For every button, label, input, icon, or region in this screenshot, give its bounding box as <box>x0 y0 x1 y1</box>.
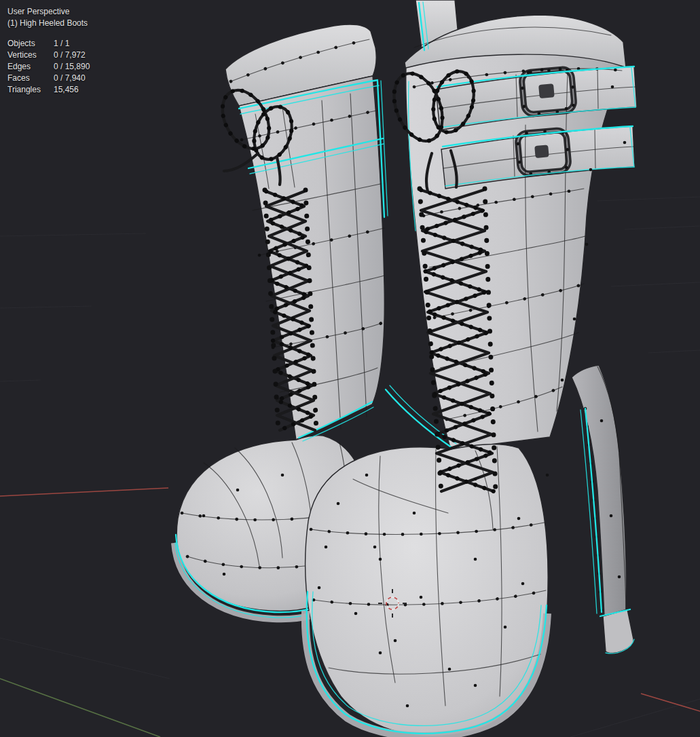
boots-mesh-object[interactable] <box>174 0 637 736</box>
stat-value-triangles: 15,456 <box>54 84 90 96</box>
x-axis-line <box>641 694 700 711</box>
grid-line <box>648 350 700 353</box>
buckle-top-prong <box>538 83 555 98</box>
stat-label-vertices: Vertices <box>7 50 47 61</box>
grid-line <box>0 233 146 236</box>
stat-value-faces: 0 / 7,940 <box>54 73 90 84</box>
stat-value-objects: 1 / 1 <box>54 38 90 50</box>
seam-edge <box>381 81 388 216</box>
grid-line <box>0 306 92 308</box>
stat-label-edges: Edges <box>7 61 47 73</box>
stat-label-triangles: Triangles <box>7 84 47 96</box>
mesh-statistics: Objects1 / 1 Vertices0 / 7,972 Edges0 / … <box>7 38 90 96</box>
stat-label-objects: Objects <box>7 38 47 50</box>
buckle-bottom-prong <box>534 145 549 158</box>
grid-line <box>0 380 41 381</box>
grid-line <box>625 226 700 229</box>
view-perspective-label: User Perspective <box>7 6 90 18</box>
scene-canvas[interactable] <box>0 0 700 737</box>
x-axis-line <box>0 488 168 496</box>
3d-viewport[interactable]: User Perspective (1) High Heeled Boots O… <box>0 0 700 737</box>
grid-line <box>570 699 700 737</box>
grid-line <box>611 282 700 286</box>
stat-label-faces: Faces <box>7 73 47 84</box>
viewport-info-overlay: User Perspective (1) High Heeled Boots O… <box>7 6 90 96</box>
grid-line <box>597 197 700 201</box>
stat-value-edges: 0 / 15,890 <box>54 61 90 73</box>
grid-line <box>0 638 170 679</box>
stat-value-vertices: 0 / 7,972 <box>54 50 90 61</box>
active-object-label: (1) High Heeled Boots <box>7 18 90 29</box>
right-boot-toe <box>306 445 548 736</box>
y-axis-line <box>0 679 160 737</box>
